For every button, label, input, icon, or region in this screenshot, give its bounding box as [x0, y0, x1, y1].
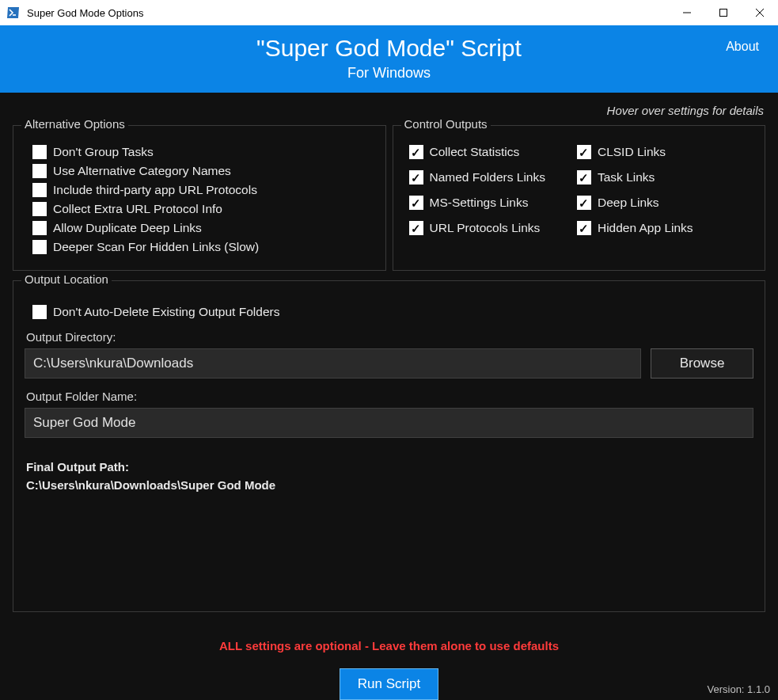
checkbox-label: Don't Group Tasks: [53, 145, 154, 159]
checkbox-icon[interactable]: [577, 145, 591, 159]
control-output-checkbox[interactable]: Deep Links: [577, 196, 693, 210]
checkbox-icon[interactable]: [32, 164, 47, 178]
optional-note: ALL settings are optional - Leave them a…: [0, 639, 778, 652]
control-output-checkbox[interactable]: URL Protocols Links: [409, 221, 545, 235]
checkbox-label: Collect Statistics: [430, 145, 520, 159]
output-location-group: Output Location Don't Auto-Delete Existi…: [13, 280, 765, 612]
checkbox-icon[interactable]: [32, 145, 47, 159]
checkbox-icon[interactable]: [409, 196, 423, 210]
checkbox-icon[interactable]: [32, 183, 47, 197]
close-button[interactable]: [742, 0, 778, 25]
checkbox-label: Use Alternative Category Names: [53, 164, 231, 178]
checkbox-label: Include third-party app URL Protocols: [53, 183, 257, 197]
checkbox-label: CLSID Links: [598, 145, 666, 159]
banner-title: "Super God Mode" Script: [14, 35, 764, 62]
checkbox-label: Deeper Scan For Hidden Links (Slow): [53, 240, 259, 254]
header-banner: "Super God Mode" Script For Windows Abou…: [0, 25, 778, 93]
final-output-path-value: C:\Users\nkura\Downloads\Super God Mode: [26, 478, 752, 492]
output-folder-name-label: Output Folder Name:: [26, 390, 753, 403]
control-output-checkbox[interactable]: Hidden App Links: [577, 221, 693, 235]
checkbox-icon[interactable]: [32, 305, 47, 319]
alt-option-checkbox[interactable]: Include third-party app URL Protocols: [32, 183, 374, 197]
titlebar: Super God Mode Options: [0, 0, 778, 25]
no-auto-delete-checkbox[interactable]: Don't Auto-Delete Existing Output Folder…: [32, 305, 753, 319]
alt-option-checkbox[interactable]: Don't Group Tasks: [32, 145, 374, 159]
checkbox-icon[interactable]: [409, 221, 423, 235]
control-output-checkbox[interactable]: Task Links: [577, 170, 693, 185]
browse-button[interactable]: Browse: [651, 348, 753, 379]
checkbox-icon[interactable]: [577, 170, 591, 185]
alt-option-checkbox[interactable]: Use Alternative Category Names: [32, 164, 374, 178]
group-legend: Output Location: [21, 272, 112, 286]
checkbox-icon[interactable]: [409, 170, 423, 185]
hover-hint: Hover over settings for details: [0, 104, 764, 117]
control-outputs-group: Control Outputs Collect StatisticsNamed …: [393, 125, 766, 271]
checkbox-label: Named Folders Links: [430, 170, 545, 185]
checkbox-label: Hidden App Links: [598, 221, 693, 235]
checkbox-label: Don't Auto-Delete Existing Output Folder…: [53, 305, 279, 319]
checkbox-icon[interactable]: [32, 221, 47, 235]
client-area: "Super God Mode" Script For Windows Abou…: [0, 25, 778, 700]
control-output-checkbox[interactable]: CLSID Links: [577, 145, 693, 159]
alt-option-checkbox[interactable]: Deeper Scan For Hidden Links (Slow): [32, 240, 374, 254]
checkbox-label: MS-Settings Links: [430, 196, 529, 210]
alt-option-checkbox[interactable]: Allow Duplicate Deep Links: [32, 221, 374, 235]
checkbox-label: Allow Duplicate Deep Links: [53, 221, 202, 235]
banner-subtitle: For Windows: [14, 65, 764, 82]
run-script-button[interactable]: Run Script: [340, 668, 438, 700]
checkbox-label: Task Links: [598, 170, 655, 185]
svg-rect-1: [720, 10, 727, 17]
app-window: Super God Mode Options "Super God Mode" …: [0, 0, 778, 700]
checkbox-icon[interactable]: [577, 221, 591, 235]
checkbox-icon[interactable]: [577, 196, 591, 210]
alt-option-checkbox[interactable]: Collect Extra URL Protocol Info: [32, 202, 374, 216]
minimize-button[interactable]: [669, 0, 705, 25]
checkbox-label: URL Protocols Links: [430, 221, 541, 235]
version-label: Version: 1.1.0: [708, 683, 771, 695]
about-link[interactable]: About: [726, 40, 759, 54]
powershell-icon: [6, 6, 21, 20]
output-directory-label: Output Directory:: [26, 330, 753, 344]
output-folder-name-input[interactable]: [25, 408, 753, 438]
output-directory-input[interactable]: [25, 348, 641, 379]
maximize-button[interactable]: [705, 0, 742, 25]
group-legend: Alternative Options: [21, 117, 128, 131]
control-output-checkbox[interactable]: Named Folders Links: [409, 170, 545, 185]
checkbox-label: Deep Links: [598, 196, 659, 210]
checkbox-icon[interactable]: [32, 202, 47, 216]
window-title: Super God Mode Options: [27, 7, 143, 19]
control-output-checkbox[interactable]: Collect Statistics: [409, 145, 545, 159]
group-legend: Control Outputs: [401, 117, 491, 131]
checkbox-icon[interactable]: [32, 240, 47, 254]
control-output-checkbox[interactable]: MS-Settings Links: [409, 196, 545, 210]
checkbox-label: Collect Extra URL Protocol Info: [53, 202, 222, 216]
alternative-options-group: Alternative Options Don't Group TasksUse…: [13, 125, 386, 271]
final-output-path-label: Final Output Path:: [26, 460, 752, 474]
checkbox-icon[interactable]: [409, 145, 423, 159]
